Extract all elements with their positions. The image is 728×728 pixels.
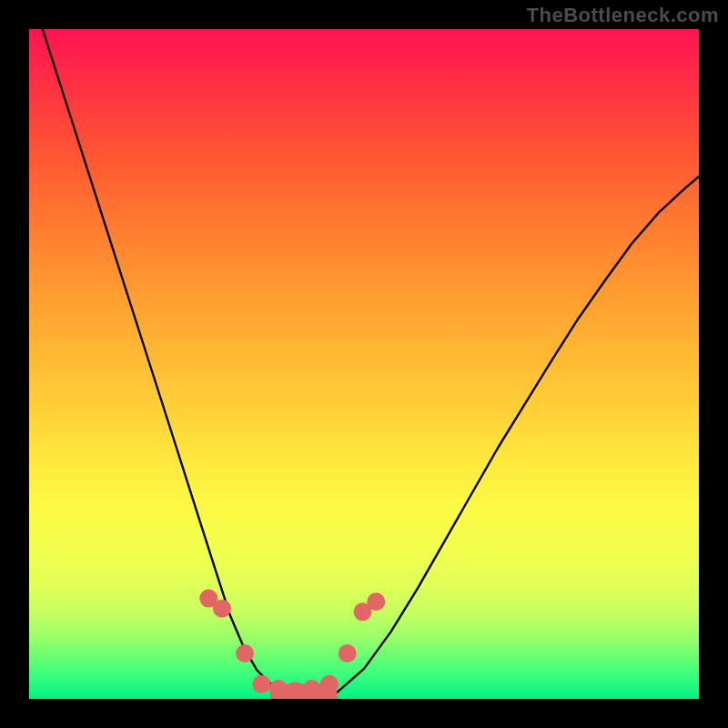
plot-gradient-area — [29, 29, 699, 699]
outer-frame: TheBottleneck.com — [0, 0, 728, 728]
watermark-text: TheBottleneck.com — [527, 4, 719, 27]
